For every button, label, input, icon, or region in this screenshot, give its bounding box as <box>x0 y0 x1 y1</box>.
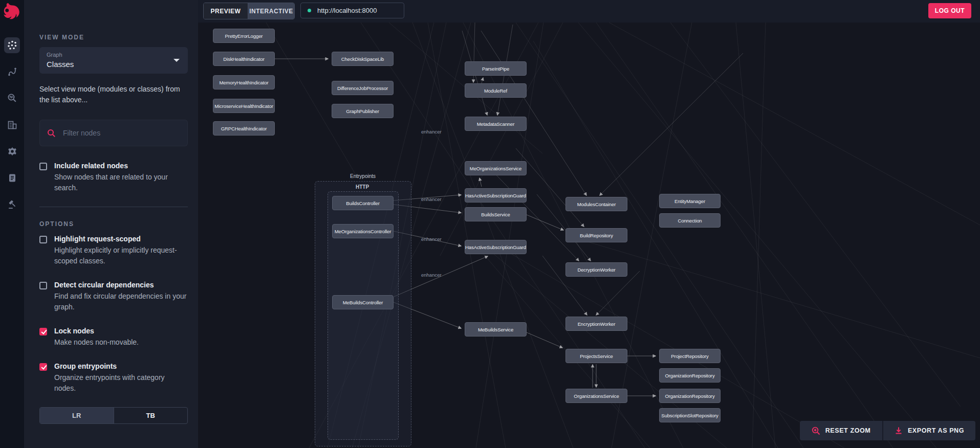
graph-node[interactable]: OrganizationRepository <box>659 389 721 403</box>
filter-nodes-box <box>39 120 188 146</box>
group-entrypoints-checkbox[interactable] <box>39 363 47 371</box>
graph-node[interactable]: ProjectsService <box>565 349 627 363</box>
graph-node[interactable]: BuildsService <box>465 207 527 221</box>
include-related-row[interactable]: Include related nodes Show nodes that ar… <box>39 161 188 193</box>
organization-icon <box>7 120 17 130</box>
export-png-label: EXPORT AS PNG <box>908 427 964 434</box>
zoom-in-icon <box>812 427 820 435</box>
edge-label-enhancer: enhancer <box>421 129 442 135</box>
reset-zoom-label: RESET ZOOM <box>825 427 871 434</box>
edge-label-enhancer: enhancer <box>421 272 442 278</box>
graph-node[interactable]: PrettyErrorLogger <box>213 29 275 43</box>
icon-rail <box>0 0 24 448</box>
graph-node[interactable]: EncryptionWorker <box>565 317 627 331</box>
graph-node-entrypoint[interactable]: MeBuildsController <box>332 295 394 309</box>
graph-view-icon <box>7 40 17 50</box>
graph-node[interactable]: MeOrganizationsService <box>465 161 527 175</box>
checkbox-label: Include related nodes <box>54 161 188 171</box>
checkbox-description: Find and fix circular dependencies in yo… <box>54 291 188 312</box>
graph-node[interactable]: ModuleRef <box>465 83 527 98</box>
graph-node[interactable]: MeBuildsService <box>465 322 527 337</box>
graph-node[interactable]: Connection <box>659 213 721 228</box>
graph-node-entrypoint[interactable]: BuildsController <box>332 196 394 210</box>
group-label-http: HTTP <box>356 184 369 190</box>
graph-controls: RESET ZOOM EXPORT AS PNG <box>800 421 975 440</box>
checkbox-label: Group entrypoints <box>54 361 188 371</box>
graph-node[interactable]: EntityManager <box>659 194 721 208</box>
export-png-button[interactable]: EXPORT AS PNG <box>882 421 975 440</box>
download-icon <box>895 427 903 435</box>
top-bar: PREVIEW INTERACTIVE http://localhost:800… <box>198 0 980 23</box>
logs-icon <box>7 173 17 183</box>
group-entrypoints-row[interactable]: Group entrypoints Organize entrypoints w… <box>39 361 188 394</box>
layout-direction-toggle: LR TB <box>39 407 188 424</box>
rail-item-organization[interactable] <box>4 117 20 132</box>
graph-node[interactable]: ProjectRepository <box>659 349 721 363</box>
lock-nodes-row[interactable]: Lock nodes Make nodes non-movable. <box>39 326 188 348</box>
highlight-request-scoped-row[interactable]: Highlight request-scoped Highlight expli… <box>39 234 188 266</box>
options-heading: OPTIONS <box>39 220 188 228</box>
highlight-request-scoped-checkbox[interactable] <box>39 236 47 243</box>
divider <box>39 207 188 207</box>
search-insights-icon <box>7 93 17 103</box>
edge-label-enhancer: enhancer <box>421 196 442 202</box>
graph-node[interactable]: GraphPublisher <box>332 104 394 118</box>
graph-node[interactable]: MicroserviceHealthIndicator <box>213 99 275 113</box>
tab-preview[interactable]: PREVIEW <box>204 3 248 19</box>
graph-node-entrypoint[interactable]: MeOrganizationsController <box>332 224 394 238</box>
group-label-entrypoints: Entrypoints <box>350 173 376 179</box>
graph-mode-select[interactable]: Graph Classes <box>39 47 188 74</box>
select-value: Classes <box>47 60 181 69</box>
checkbox-label: Detect circular dependencies <box>54 280 188 290</box>
graph-node[interactable]: MemoryHealthIndicator <box>213 75 275 89</box>
checkbox-label: Lock nodes <box>54 326 139 336</box>
graph-node[interactable]: MetadataScanner <box>465 117 527 131</box>
checkbox-label: Highlight request-scoped <box>54 234 188 244</box>
rail-item-rules[interactable] <box>4 196 20 212</box>
tab-interactive[interactable]: INTERACTIVE <box>248 3 294 19</box>
rail-item-graph[interactable] <box>4 37 20 53</box>
gavel-icon <box>7 199 17 210</box>
graph-node[interactable]: SubscriptionSlotRepository <box>659 408 721 422</box>
graph-node[interactable]: DiskHealthIndicator <box>213 52 275 66</box>
graph-node[interactable]: OrganizationsService <box>565 389 627 403</box>
checkbox-description: Show nodes that are related to your sear… <box>54 172 188 193</box>
rail-item-routes[interactable] <box>4 63 20 79</box>
view-tabs: PREVIEW INTERACTIVE <box>203 3 295 19</box>
rail-item-settings[interactable] <box>4 143 20 159</box>
chevron-down-icon <box>173 59 180 62</box>
lock-nodes-checkbox[interactable] <box>39 328 47 335</box>
server-url-box[interactable]: http://localhost:8000 <box>300 3 404 18</box>
toggle-option-tb[interactable]: TB <box>114 408 188 423</box>
detect-circular-checkbox[interactable] <box>39 282 47 289</box>
settings-icon <box>7 146 17 156</box>
checkbox-description: Organize entrypoints with category nodes… <box>54 372 188 394</box>
view-mode-description: Select view mode (modules or classes) fr… <box>39 84 188 105</box>
graph-node[interactable]: ModulesContainer <box>565 197 627 211</box>
checkbox-description: Make nodes non-movable. <box>54 337 139 348</box>
graph-node[interactable]: HasActiveSubscriptionGuard <box>465 188 527 203</box>
view-mode-heading: VIEW MODE <box>39 34 188 41</box>
route-icon <box>7 66 17 77</box>
detect-circular-row[interactable]: Detect circular dependencies Find and fi… <box>39 280 188 312</box>
sidebar: VIEW MODE Graph Classes Select view mode… <box>24 0 198 448</box>
graph-node[interactable]: OrganizationRepository <box>659 368 721 383</box>
graph-node[interactable]: BuildRepository <box>565 228 627 242</box>
graph-node[interactable]: CheckDiskSpaceLib <box>332 52 394 66</box>
edge-label-enhancer: enhancer <box>421 236 442 242</box>
graph-node[interactable]: DifferenceJobProcessor <box>332 81 394 95</box>
checkbox-description: Highlight explicitly or implicitly reque… <box>54 245 188 266</box>
rail-item-insights[interactable] <box>4 90 20 106</box>
graph-node[interactable]: GRPCHealthIndicator <box>213 121 275 136</box>
graph-node[interactable]: DecryptionWorker <box>565 262 627 277</box>
select-label: Graph <box>47 52 181 58</box>
toggle-option-lr[interactable]: LR <box>40 408 114 423</box>
reset-zoom-button[interactable]: RESET ZOOM <box>800 421 882 440</box>
filter-nodes-input[interactable] <box>62 128 180 138</box>
server-url: http://localhost:8000 <box>317 7 377 14</box>
include-related-checkbox[interactable] <box>39 163 47 170</box>
rail-item-logs[interactable] <box>4 170 20 186</box>
graph-node[interactable]: HasActiveSubscriptionGuard <box>465 240 527 254</box>
graph-node[interactable]: ParseIntPipe <box>465 61 527 76</box>
logout-button[interactable]: LOG OUT <box>928 3 971 18</box>
